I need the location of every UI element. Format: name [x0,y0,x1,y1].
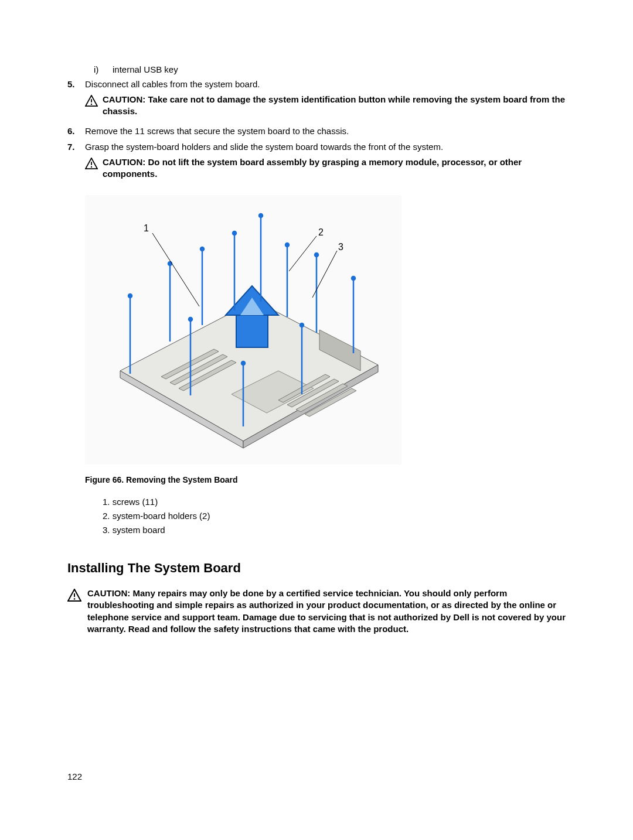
sub-list-item: i) internal USB key [94,64,566,74]
numbered-list: 5. Disconnect all cables from the system… [67,78,566,183]
svg-line-41 [152,233,199,306]
step-text: Grasp the system-board holders and slide… [85,141,566,153]
callout-3: 3 [338,242,343,252]
svg-point-34 [352,276,355,280]
step-text: Remove the 11 screws that secure the sys… [85,125,566,137]
document-page: i) internal USB key 5. Disconnect all ca… [0,0,633,635]
step-content: Disconnect all cables from the system bo… [85,78,566,121]
step-content: Remove the 11 screws that secure the sys… [85,125,566,137]
step-number: 6. [67,125,85,137]
step-6: 6. Remove the 11 screws that secure the … [67,125,566,137]
svg-point-38 [241,361,245,365]
caution-icon [85,95,98,107]
figure-legend: 1. screws (11) 2. system-board holders (… [103,495,566,537]
step-content: Grasp the system-board holders and slide… [85,141,566,184]
callout-2: 2 [318,227,324,238]
step-5: 5. Disconnect all cables from the system… [67,78,566,121]
figure-container: 1 2 3 Figure 66. Removing the System Boa… [85,195,566,537]
section-heading: Installing The System Board [67,561,566,576]
svg-marker-16 [236,312,268,347]
svg-point-36 [189,317,192,321]
callout-1: 1 [144,223,149,234]
step-text: Disconnect all cables from the system bo… [85,78,566,90]
step-7: 7. Grasp the system-board holders and sl… [67,141,566,184]
svg-point-1 [91,104,92,105]
step-number: 5. [67,78,85,121]
page-number: 122 [67,771,82,781]
caution-block: CAUTION: Many repairs may only be done b… [67,588,566,635]
svg-point-32 [315,253,318,257]
caution-icon [67,589,81,602]
caution-text: CAUTION: Take care not to damage the sys… [103,94,566,118]
sub-list-marker: i) [94,64,103,74]
svg-point-20 [128,294,132,298]
caution-text: CAUTION: Do not lift the system board as… [103,156,566,180]
motherboard-illustration [85,195,401,465]
svg-point-45 [74,598,76,600]
svg-line-42 [289,236,316,271]
legend-item: 2. system-board holders (2) [103,509,566,523]
svg-point-26 [233,231,236,235]
legend-item: 1. screws (11) [103,495,566,509]
caution-block: CAUTION: Do not lift the system board as… [85,156,566,180]
caution-text: CAUTION: Many repairs may only be done b… [87,588,566,635]
legend-item: 3. system board [103,523,566,537]
svg-point-30 [285,243,289,247]
figure-caption: Figure 66. Removing the System Board [85,475,566,484]
caution-block: CAUTION: Take care not to damage the sys… [85,94,566,118]
step-number: 7. [67,141,85,184]
sub-list-text: internal USB key [113,64,178,74]
sub-list: i) internal USB key [94,64,566,74]
svg-point-40 [300,323,304,327]
svg-point-24 [200,247,204,251]
svg-point-3 [91,166,92,167]
caution-icon [85,158,98,169]
svg-point-28 [259,214,263,217]
system-board-diagram: 1 2 3 [85,195,401,465]
